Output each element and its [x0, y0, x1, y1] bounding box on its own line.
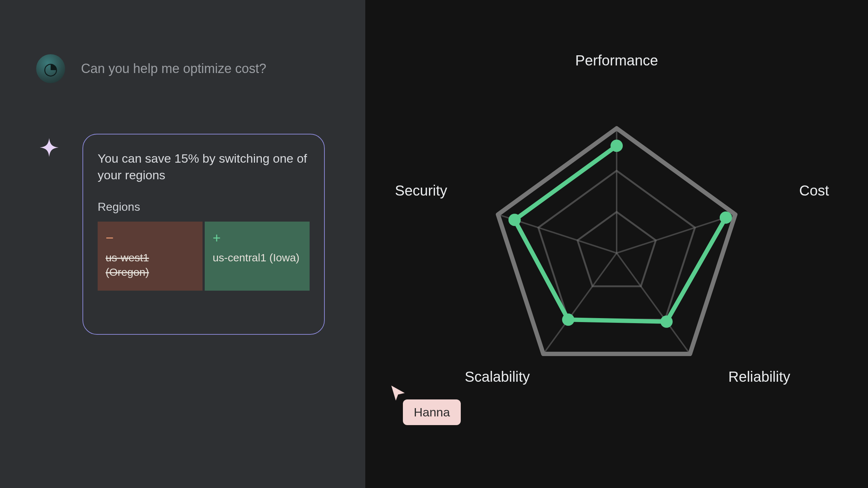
- region-add-tile[interactable]: + us-central1 (Iowa): [205, 222, 310, 291]
- avatar-icon: ◔: [36, 54, 65, 83]
- avatar: ◔: [36, 54, 65, 83]
- chat-pane: ◔ Can you help me optimize cost? You can…: [0, 0, 365, 488]
- svg-point-8: [610, 140, 623, 152]
- svg-line-6: [543, 253, 617, 354]
- collaborator-cursor: Hanna: [390, 385, 461, 425]
- cursor-icon: [390, 385, 406, 401]
- user-message-text: Can you help me optimize cost?: [81, 61, 266, 76]
- region-remove-tile[interactable]: − us-west1 (Oregon): [98, 222, 203, 291]
- regions-label: Regions: [98, 200, 310, 214]
- regions-diff: − us-west1 (Oregon) + us-central1 (Iowa): [98, 222, 310, 291]
- user-message-row: ◔ Can you help me optimize cost?: [36, 54, 266, 83]
- radar-chart: [479, 116, 754, 392]
- svg-point-10: [660, 316, 673, 328]
- region-remove-label: us-west1 (Oregon): [106, 251, 195, 280]
- svg-point-11: [562, 313, 574, 326]
- minus-icon: −: [106, 231, 195, 245]
- axis-label-security: Security: [395, 183, 447, 199]
- svg-point-9: [720, 211, 732, 224]
- assistant-message: You can save 15% by switching one of you…: [98, 150, 310, 184]
- plus-icon: +: [213, 231, 302, 245]
- collaborator-name: Hanna: [403, 399, 461, 425]
- axis-label-performance: Performance: [575, 52, 658, 69]
- axis-label-cost: Cost: [799, 183, 829, 199]
- sparkle-icon: [40, 138, 59, 157]
- svg-point-12: [509, 214, 521, 226]
- region-add-label: us-central1 (Iowa): [213, 251, 302, 265]
- assistant-response-card: You can save 15% by switching one of you…: [82, 134, 325, 335]
